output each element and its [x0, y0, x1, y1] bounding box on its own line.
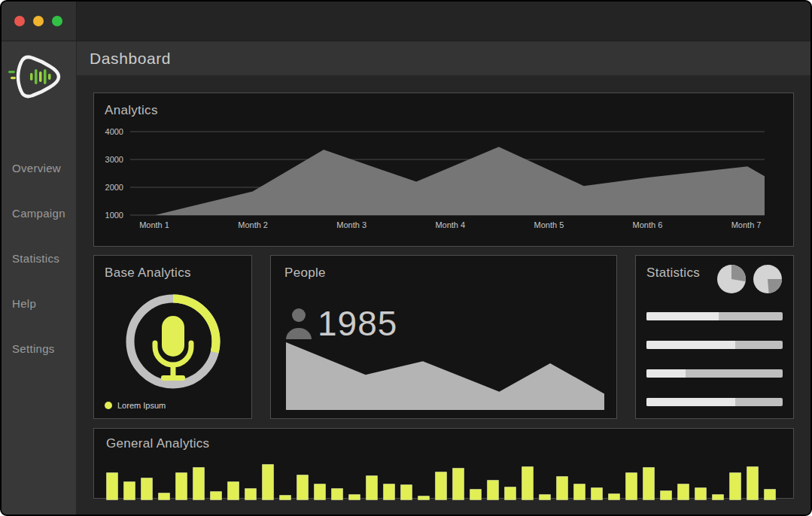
x-tick-label: Month 5 — [534, 220, 564, 229]
page-header: Dashboard — [77, 41, 810, 76]
bar — [314, 484, 326, 500]
progress-bar — [646, 312, 783, 320]
close-window-button[interactable] — [14, 16, 25, 26]
people-trend-chart — [286, 341, 604, 410]
sidebar-item-settings[interactable]: Settings — [2, 326, 76, 371]
progress-bar — [646, 369, 783, 378]
legend-dot-icon — [105, 402, 112, 409]
bar — [643, 467, 655, 500]
sidebar-nav: OverviewCampaignStatisticsHelpSettings — [2, 145, 76, 371]
people-count-stat: 1985 — [284, 300, 603, 339]
y-tick-label: 2000 — [105, 183, 123, 192]
bar — [539, 494, 551, 500]
bar — [729, 472, 741, 500]
base-analytics-panel: Base Analytics — [93, 255, 252, 419]
progress-bar-fill — [646, 369, 686, 378]
bar — [452, 468, 464, 500]
zoom-window-button[interactable] — [52, 16, 62, 26]
bar — [279, 495, 291, 500]
bar — [435, 472, 447, 500]
bar — [764, 489, 776, 500]
progress-bar-fill — [646, 341, 735, 349]
sidebar-item-campaign[interactable]: Campaign — [2, 190, 76, 235]
minimize-window-button[interactable] — [33, 16, 44, 26]
microphone-icon — [155, 316, 191, 381]
x-tick-label: Month 7 — [731, 220, 762, 229]
sidebar: OverviewCampaignStatisticsHelpSettings — [2, 41, 77, 514]
bar — [383, 484, 395, 500]
bar — [175, 472, 187, 500]
bar — [366, 475, 378, 500]
bar — [625, 472, 637, 500]
statistics-progress-bars — [646, 312, 783, 406]
x-tick-label: Month 2 — [238, 220, 268, 229]
bar — [522, 466, 534, 500]
main-area: Dashboard Analytics 1000200030004000Mont… — [77, 41, 810, 514]
analytics-panel-title: Analytics — [105, 103, 783, 118]
pie-chart-2 — [753, 264, 783, 294]
base-analytics-panel-title: Base Analytics — [105, 266, 241, 281]
general-analytics-panel-title: General Analytics — [106, 436, 781, 451]
y-tick-label: 3000 — [105, 155, 123, 164]
x-tick-label: Month 3 — [336, 220, 366, 229]
statistics-header: Statistics — [646, 266, 783, 294]
people-area-chart — [286, 341, 604, 410]
bar — [487, 480, 499, 500]
middle-panels-row: Base Analytics — [93, 255, 794, 419]
sidebar-item-overview[interactable]: Overview — [2, 145, 76, 190]
dashboard-content: Analytics 1000200030004000Month 1Month 2… — [77, 76, 810, 514]
bar — [573, 484, 585, 500]
microphone-progress-ring — [120, 289, 226, 394]
bar — [660, 490, 672, 500]
bar — [245, 488, 257, 500]
x-tick-label: Month 6 — [633, 220, 663, 229]
people-panel: People 1985 — [270, 255, 617, 419]
bar — [400, 484, 412, 500]
bar — [695, 487, 707, 500]
bar — [470, 489, 482, 500]
waveform-bars-icon — [30, 69, 51, 84]
statistics-panel-title: Statistics — [646, 266, 700, 281]
bar — [677, 484, 689, 500]
statistics-pie-charts — [716, 264, 783, 294]
people-panel-title: People — [284, 266, 603, 281]
general-analytics-bar-chart — [106, 454, 781, 500]
bar — [262, 464, 274, 500]
statistics-panel: Statistics — [635, 255, 794, 419]
progress-bar — [646, 398, 783, 406]
bar — [297, 475, 309, 500]
legend-label: Lorem Ipsum — [117, 401, 166, 410]
x-tick-label: Month 4 — [435, 220, 465, 229]
sidebar-item-help[interactable]: Help — [2, 281, 76, 326]
bar — [141, 478, 153, 500]
analytics-panel: Analytics 1000200030004000Month 1Month 2… — [93, 93, 794, 247]
window-titlebar-controls — [2, 2, 77, 41]
pie-wedge — [731, 265, 746, 281]
bar — [227, 481, 239, 500]
window-titlebar — [77, 2, 810, 41]
person-icon — [284, 306, 313, 339]
bar — [747, 466, 759, 500]
play-waveform-logo-icon — [8, 52, 71, 102]
base-analytics-legend: Lorem Ipsum — [105, 401, 166, 410]
bar — [348, 494, 360, 500]
bar — [608, 493, 620, 500]
people-count-value: 1985 — [318, 308, 397, 339]
analytics-area-chart: 1000200030004000Month 1Month 2Month 3Mon… — [105, 118, 784, 238]
pie-chart-1 — [716, 264, 747, 294]
progress-ring-chart — [120, 289, 226, 394]
app-logo[interactable] — [8, 52, 71, 102]
bar — [210, 491, 222, 500]
bar — [193, 467, 205, 500]
bar — [106, 472, 118, 500]
bar — [504, 487, 516, 500]
bar — [331, 488, 343, 500]
y-tick-label: 1000 — [105, 211, 123, 220]
general-analytics-panel: General Analytics — [93, 428, 794, 499]
app-window: OverviewCampaignStatisticsHelpSettings D… — [0, 0, 812, 516]
sidebar-item-statistics[interactable]: Statistics — [2, 235, 76, 281]
bar — [158, 493, 170, 500]
progress-bar-fill — [646, 312, 719, 320]
x-tick-label: Month 1 — [139, 220, 169, 229]
bar — [123, 481, 135, 500]
